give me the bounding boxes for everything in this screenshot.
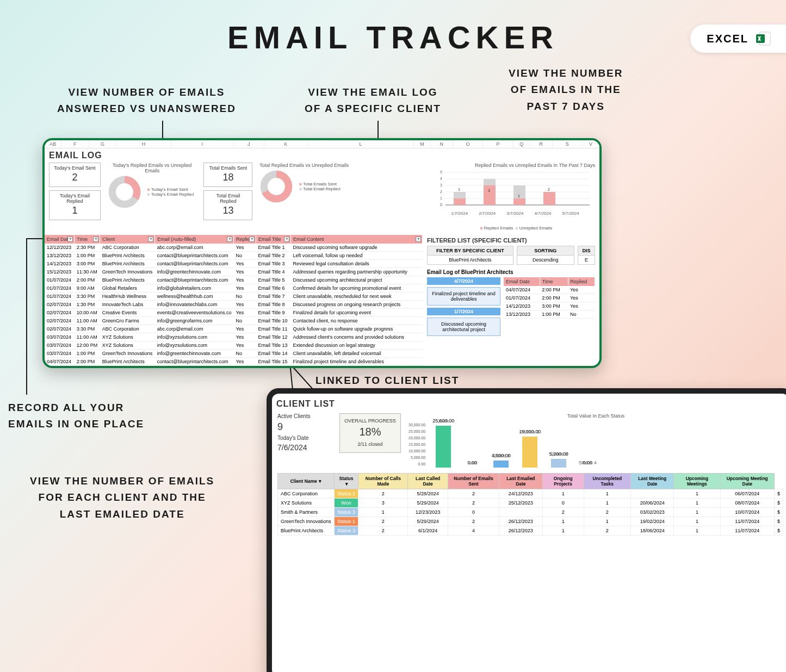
table-row[interactable]: GreenTech InnovationsStatus 125/29/20242… [278,517,783,526]
todays-replied-box: Today's Email Replied1 [49,190,101,220]
annotation-email-log-client: VIEW THE EMAIL LOG OF A SPECIFIC CLIENT [305,84,441,117]
table-row[interactable]: 13/12/20231:00 PMNo [504,310,595,319]
donut-chart-total [258,168,295,205]
table-row[interactable]: XYZ SolutionsWon35/29/2024225/12/2023012… [278,499,783,508]
email-log-table[interactable]: Email Date▾Time▾Client▾Email (Auto-fille… [45,235,423,368]
status-chart-title: Total Value In Each Status [409,413,783,419]
filtered-list-title: FILTERED LIST (SPECIFIC CLIENT) [427,237,595,244]
table-row[interactable]: 15/12/202311:30 AMGreenTech Innovationsi… [45,268,423,276]
svg-rect-25 [543,192,555,205]
annotation-past-7-days: VIEW THE NUMBER OF EMAILS IN THE PAST 7 … [509,65,623,115]
table-row[interactable]: 01/07/20249:00 AMGlobal Retailersinfo@gl… [45,284,423,293]
page-title: EMAIL TRACKER [0,19,786,55]
table-row[interactable]: ABC CorporationStatus 225/28/2024224/12/… [278,489,783,499]
svg-text:2: 2 [548,188,550,191]
svg-rect-1 [756,34,765,43]
table-row[interactable]: 04/07/20242:00 PMYes [504,286,595,294]
connector-line [26,238,45,239]
table-row[interactable]: 14/12/20233:00 PMBluePrint Architectscon… [45,260,423,268]
table-row[interactable]: 01/07/20242:00 PMYes [504,294,595,302]
todays-sent-box: Today's Email Sent2 [49,163,101,187]
total-replied-box: Total Email Replied13 [203,190,252,220]
bar-chart-title: Replied Emails vs Unreplied Emails In Th… [437,163,595,168]
table-row[interactable]: 13/12/20231:00 PMBluePrint Architectscon… [45,252,423,260]
table-row[interactable]: 01/07/20243:30 PMHealthHub Wellnesswelln… [45,293,423,301]
display-dropdown[interactable]: DISE [578,246,595,265]
annotation-record-emails: RECORD ALL YOUR EMAILS IN ONE PLACE [8,400,144,433]
donut-chart-today [106,173,143,210]
note-entry: Discussed upcoming architectural project [427,318,500,336]
svg-text:2: 2 [440,190,442,194]
table-row[interactable]: 03/07/20241:00 PMGreenTech Innovationsin… [45,350,423,358]
overall-progress-box: OVERALL PROGRESS 18% 2/11 closed [339,413,401,453]
svg-text:1: 1 [518,194,520,198]
email-log-panel: ABFGHIJKLMNOPQRSV EMAIL LOG Today's Emai… [42,138,602,368]
excel-label: EXCEL [707,33,748,45]
svg-rect-17 [454,192,466,198]
table-row[interactable]: 02/07/202410:00 AMCreative Eventsevents@… [45,309,423,317]
svg-rect-16 [454,198,466,205]
annotation-answered-vs-unanswered: VIEW NUMBER OF EMAILS ANSWERED VS UNANSW… [57,84,236,117]
status-bar-chart: 25,600.00Won0.00Lost4,500.00Status 119,0… [428,419,603,468]
email-log-title: EMAIL LOG [45,148,599,163]
bar-chart-7days: 543210 1 3 1 2 [437,168,595,209]
sort-dropdown[interactable]: SORTINGDescending [517,246,574,265]
table-row[interactable]: 02/07/20243:30 PMABC Corporationabc.corp… [45,325,423,333]
filtered-email-table[interactable]: Email DateTimeReplied04/07/20242:00 PMYe… [504,277,595,319]
table-row[interactable]: 03/07/202412:00 PMXYZ Solutionsinfo@xyzs… [45,341,423,350]
table-row[interactable]: 04/07/20243:00 PMGlobal Retailersinfo@gl… [45,366,423,369]
client-list-title: CLIENT LIST [272,397,786,411]
note-entry: Finalized project timeline and deliverab… [427,287,500,306]
annotation-emails-per-client: VIEW THE NUMBER OF EMAILS FOR EACH CLIEN… [30,473,214,522]
svg-text:1: 1 [440,196,442,200]
svg-text:3: 3 [440,183,442,187]
excel-icon [755,30,772,47]
excel-badge: EXCEL [690,24,786,53]
table-row[interactable]: BluePrint ArchitectsStatus 326/1/2024426… [278,526,783,536]
table-row[interactable]: 01/07/20242:00 PMBluePrint Architectscon… [45,276,423,284]
table-row[interactable]: 03/07/202411:00 AMXYZ Solutionsinfo@xyzs… [45,333,423,341]
table-row[interactable]: 02/07/202411:00 AMGreenGro Farmsinfo@gre… [45,317,423,325]
svg-rect-20 [484,179,496,185]
total-sent-box: Total Emails Sent18 [203,163,252,187]
donut2-title: Total Replied Emails vs Unreplied Emails [258,163,350,168]
annotation-linked-client-list: LINKED TO CLIENT LIST [315,372,459,389]
connector-line [26,238,27,395]
client-log-title: Email Log of BluePrint Architects [427,269,595,275]
svg-text:4: 4 [440,177,442,181]
table-row[interactable]: 12/12/20232:30 PMABC Corporationabc.corp… [45,244,423,252]
donut1-title: Today's Replied Emails vs Unreplied Emai… [106,163,199,173]
svg-text:1: 1 [458,188,460,191]
table-row[interactable]: 14/12/20233:00 PMYes [504,302,595,310]
table-row[interactable]: 02/07/20241:30 PMInnovateTech Labsinfo@i… [45,301,423,309]
filter-client-dropdown[interactable]: FILTER BY SPECIFIC CLIENTBluePrint Archi… [427,246,513,265]
column-headers: ABFGHIJKLMNOPQRSV [45,140,599,148]
client-list-panel: CLIENT LIST Active Clients 9 Today's Dat… [267,388,786,672]
table-row[interactable]: 04/07/20242:00 PMBluePrint Architectscon… [45,358,423,366]
svg-text:3: 3 [488,189,490,192]
client-list-table[interactable]: Client Name▾Status▾Number of Calls MadeL… [277,473,783,536]
svg-text:5: 5 [440,170,442,174]
table-row[interactable]: Smith & PartnersStatus 3112/23/202302203… [278,508,783,517]
svg-text:0: 0 [440,203,442,207]
svg-rect-22 [513,198,525,205]
